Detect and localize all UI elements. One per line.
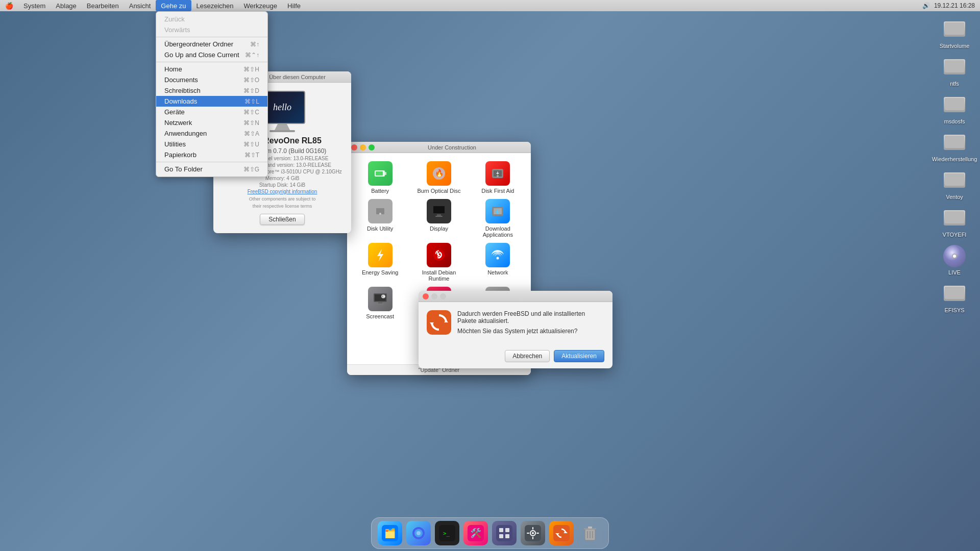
menubar-hilfe[interactable]: Hilfe — [282, 0, 306, 11]
svg-rect-65 — [499, 528, 503, 532]
diskfirst-label: Disk First Aid — [481, 188, 514, 194]
uc-item-debian[interactable]: Install Debian Runtime — [412, 243, 465, 282]
desktop-icon-wiederherstellung[interactable]: Wiederherstellung — [934, 129, 975, 164]
uc-titlebar: Under Construction — [347, 142, 531, 153]
battery-label: Battery — [371, 188, 389, 194]
msdosfs-icon — [942, 93, 967, 117]
dock-browser[interactable] — [406, 521, 431, 545]
dock-tool[interactable]: 🛠️ — [463, 521, 488, 545]
menu-go-up-close[interactable]: Go Up and Close Current ⌘⌃↑ — [156, 49, 267, 60]
vtoyefi-icon — [942, 206, 967, 231]
menu-schreibtisch[interactable]: Schreibtisch ⌘⇧D — [156, 85, 267, 96]
update-content: Dadurch werden FreeBSD und alle installi… — [419, 302, 612, 346]
desktop-icon-efisys[interactable]: EFISYS — [934, 280, 975, 315]
update-cancel-button[interactable]: Abbrechen — [505, 350, 550, 362]
uc-item-energy[interactable]: Energy Saving — [353, 243, 407, 282]
menubar-ansicht[interactable]: Ansicht — [124, 0, 156, 11]
svg-rect-73 — [532, 537, 533, 539]
volume-icon[interactable]: 🔊 — [922, 2, 930, 9]
menu-gerate[interactable]: Geräte ⌘⇧C — [156, 107, 267, 117]
screencast-icon — [368, 287, 393, 311]
energy-icon — [368, 243, 393, 267]
desktop-icon-vtoyefi[interactable]: VTOYEFI — [934, 204, 975, 240]
update-confirm-button[interactable]: Aktualisieren — [554, 350, 604, 362]
about-close-button[interactable]: Schließen — [260, 214, 304, 225]
uc-close-btn[interactable] — [351, 144, 357, 151]
svg-marker-20 — [377, 249, 383, 261]
uc-item-burn[interactable]: 🔥 Burn Optical Disc — [412, 161, 465, 194]
uc-item-diskutil[interactable]: Disk Utility — [353, 199, 407, 238]
menubar-right: 🔊 19.12.21 16:28 — [922, 2, 980, 9]
gehe-zu-dropdown: Zurück Vorwärts Übergeordneter Ordner ⌘↑… — [156, 11, 268, 177]
update-text-2: Möchten Sie das System jetzt aktualisier… — [457, 328, 604, 335]
dock-finder[interactable]: 🗂️ — [378, 521, 402, 545]
desktop-icon-live[interactable]: LIVE — [934, 242, 975, 278]
efisys-label: EFISYS — [944, 307, 964, 313]
dock-settings[interactable] — [521, 521, 545, 545]
dock-grid[interactable] — [492, 521, 517, 545]
svg-marker-40 — [430, 322, 434, 325]
svg-point-71 — [532, 532, 534, 534]
menu-netzwerk[interactable]: Netzwerk ⌘⇧N — [156, 117, 267, 128]
menu-downloads[interactable]: Downloads ⌘⇧L — [156, 96, 267, 107]
menubar-lesezeichen[interactable]: Lesezeichen — [191, 0, 239, 11]
monitor-stand — [275, 124, 290, 130]
wiederherstellung-label: Wiederherstellung — [932, 156, 977, 162]
menu-home[interactable]: Home ⌘⇧H — [156, 64, 267, 74]
dock: 🗂️ >_ 🛠️ — [371, 517, 609, 549]
desktop: 🍎 System Ablage Bearbeiten Ansicht Gehe … — [0, 0, 980, 551]
svg-rect-48 — [945, 136, 964, 148]
ventoy-label: Ventoy — [946, 194, 963, 200]
dock-terminal[interactable]: >_ — [435, 521, 459, 545]
diskfirst-icon: + — [485, 161, 510, 186]
download-label: Download Applications — [471, 226, 525, 238]
uc-item-battery[interactable]: Battery — [353, 161, 407, 194]
separator-1 — [156, 37, 267, 37]
menu-uebergeordnet[interactable]: Übergeordneter Ordner ⌘↑ — [156, 39, 267, 49]
menubar-gehe-zu[interactable]: Gehe zu — [156, 0, 191, 11]
svg-rect-44 — [945, 60, 964, 72]
menubar-apple[interactable]: 🍎 — [0, 0, 18, 11]
menubar-bearbeiten[interactable]: Bearbeiten — [82, 0, 124, 11]
desktop-icon-startvolume[interactable]: Startvolume — [934, 15, 975, 51]
startvolume-label: Startvolume — [940, 43, 970, 49]
update-dialog-close[interactable] — [423, 293, 429, 299]
desktop-icon-ntfs[interactable]: ntfs — [934, 53, 975, 89]
svg-rect-54 — [945, 287, 964, 299]
svg-point-22 — [497, 257, 499, 260]
startvolume-icon — [942, 17, 967, 42]
live-label: LIVE — [948, 269, 961, 276]
svg-point-13 — [379, 213, 381, 215]
svg-marker-39 — [444, 320, 448, 322]
uc-item-network[interactable]: Network — [471, 243, 525, 282]
uc-item-display[interactable]: Display — [412, 199, 465, 238]
menubar-ablage[interactable]: Ablage — [51, 0, 81, 11]
uc-min-btn[interactable] — [360, 144, 366, 151]
dock-trash[interactable] — [578, 521, 602, 545]
screencast-label: Screencast — [366, 313, 394, 319]
uc-item-download[interactable]: Download Applications — [471, 199, 525, 238]
menu-papierkorb[interactable]: Papierkorb ⌘⇧T — [156, 149, 267, 160]
about-license-2: their respective license terms — [222, 204, 343, 209]
desktop-icon-msdosfs[interactable]: msdosfs — [934, 91, 975, 127]
menu-zuruck[interactable]: Zurück — [156, 14, 267, 24]
menu-vorwarts[interactable]: Vorwärts — [156, 24, 267, 35]
menu-utilities[interactable]: Utilities ⌘⇧U — [156, 139, 267, 149]
hello-text: hello — [273, 102, 291, 113]
menubar-werkzeuge[interactable]: Werkzeuge — [239, 0, 283, 11]
menu-anwendungen[interactable]: Anwendungen ⌘⇧A — [156, 128, 267, 139]
menu-go-to-folder[interactable]: Go To Folder ⌘⇧G — [156, 164, 267, 174]
efisys-icon — [942, 282, 967, 306]
svg-rect-64 — [496, 525, 512, 541]
uc-item-screencast[interactable]: Screencast — [353, 287, 407, 319]
menubar-system[interactable]: System — [18, 0, 51, 11]
network-icon — [485, 243, 510, 267]
uc-max-btn[interactable] — [369, 144, 375, 151]
uc-item-diskfirst[interactable]: + Disk First Aid — [471, 161, 525, 194]
dock-update[interactable] — [549, 521, 574, 545]
about-copyright-link[interactable]: FreeBSD copyright information — [222, 189, 343, 194]
ventoy-icon — [942, 168, 967, 193]
desktop-icon-ventoy[interactable]: Ventoy — [934, 166, 975, 202]
about-license-1: Other components are subject to — [222, 196, 343, 202]
menu-documents[interactable]: Documents ⌘⇧O — [156, 74, 267, 85]
